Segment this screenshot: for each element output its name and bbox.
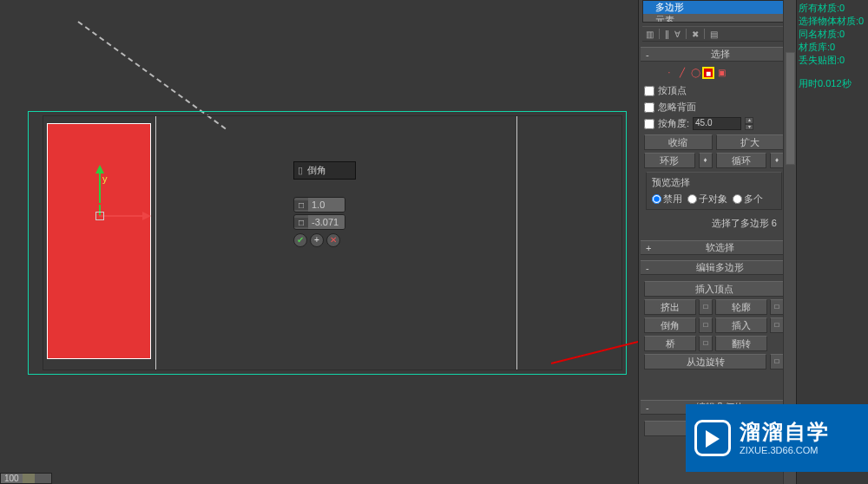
bevel-caddy: ▯ 倒角 □ 1.0 □ -3.071 ✔ + ✕ xyxy=(293,161,356,247)
insert-vertex-button[interactable]: 插入顶点 xyxy=(644,281,784,297)
element-mode-icon[interactable]: ▣ xyxy=(715,67,727,79)
shrink-button[interactable]: 收缩 xyxy=(644,134,713,150)
separator-icon xyxy=(659,29,660,39)
ring-spinner[interactable]: ♦ xyxy=(699,153,713,168)
rollout-editpoly-body: 插入顶点 挤出 □ 轮廓 □ 倒角 □ 插入 □ 桥 □ 翻转 □ 从边旋转 □ xyxy=(639,277,789,374)
caddy-outline-value[interactable]: -3.071 xyxy=(308,215,345,229)
pin-stack-icon[interactable]: ▥ xyxy=(646,29,654,39)
preview-selection-group: 预览选择 禁用 子对象 多个 xyxy=(646,172,782,210)
watermark: 溜溜自学 ZIXUE.3D66.COM xyxy=(686,404,868,472)
preview-multi-radio[interactable] xyxy=(733,194,742,204)
ignore-backfacing-checkbox[interactable] xyxy=(644,102,654,113)
rollout-selection-body: · ╱ ◯ ■ ▣ 按顶点 忽略背面 按角度: 45.0 ▴▾ 收缩 扩大 环 xyxy=(639,63,789,235)
gizmo-x-arrow[interactable] xyxy=(142,212,151,220)
hinge-settings-button[interactable]: □ xyxy=(770,354,784,370)
extrude-settings-button[interactable]: □ xyxy=(699,299,713,315)
timeline-ruler[interactable]: 100 xyxy=(0,473,52,484)
show-end-result-icon[interactable]: ǁ xyxy=(665,29,669,39)
info-all-materials: 所有材质:0 xyxy=(799,2,866,15)
gizmo-origin[interactable] xyxy=(95,212,104,220)
geometry-left-panel xyxy=(43,116,156,370)
configure-sets-icon[interactable]: ▤ xyxy=(710,29,718,39)
by-vertex-checkbox[interactable] xyxy=(644,86,654,96)
rollout-editpoly-header[interactable]: - 编辑多边形 xyxy=(641,260,787,275)
rollout-selection-title: 选择 xyxy=(658,48,782,61)
by-angle-checkbox[interactable] xyxy=(644,119,654,129)
watermark-title: 溜溜自学 xyxy=(740,422,830,442)
rollout-editpoly-title: 编辑多边形 xyxy=(658,261,782,274)
caddy-height-icon: □ xyxy=(294,200,308,210)
caddy-outline-row[interactable]: □ -3.071 xyxy=(293,214,345,230)
bridge-settings-button[interactable]: □ xyxy=(699,336,713,351)
caddy-apply-button[interactable]: + xyxy=(310,233,324,247)
angle-spinner: 45.0 ▴▾ xyxy=(693,117,753,130)
preview-subobj-option[interactable]: 子对象 xyxy=(687,193,727,206)
caddy-title[interactable]: ▯ 倒角 xyxy=(293,161,356,180)
bridge-button[interactable]: 桥 xyxy=(644,336,696,351)
preview-off-option[interactable]: 禁用 xyxy=(652,193,682,206)
stack-item-element[interactable]: 元素 xyxy=(643,14,785,23)
loop-button[interactable]: 循环 xyxy=(716,153,767,168)
outline-settings-button[interactable]: □ xyxy=(770,299,784,315)
hinge-from-edge-button[interactable]: 从边旋转 xyxy=(644,354,766,370)
edge-mode-icon[interactable]: ╱ xyxy=(676,67,688,79)
inset-settings-button[interactable]: □ xyxy=(770,317,784,333)
ruler-handle[interactable] xyxy=(23,474,35,483)
preview-subobj-radio[interactable] xyxy=(687,194,697,204)
polygon-mode-icon[interactable]: ■ xyxy=(702,67,714,79)
caddy-height-value[interactable]: 1.0 xyxy=(308,198,345,212)
collapse-icon: - xyxy=(646,402,654,413)
inset-button[interactable]: 插入 xyxy=(715,317,767,333)
angle-value-field[interactable]: 45.0 xyxy=(693,117,741,130)
angle-spinner-buttons[interactable]: ▴▾ xyxy=(745,117,753,130)
viewport-area: y ▯ 倒角 □ 1.0 □ -3.071 ✔ + ✕ 100 xyxy=(0,0,638,484)
gizmo-y-arrow[interactable] xyxy=(95,165,104,173)
extrude-button[interactable]: 挤出 xyxy=(644,299,696,315)
rollout-softsel-title: 软选择 xyxy=(658,241,782,254)
caddy-drag-icon: ▯ xyxy=(298,165,303,175)
caddy-buttons: ✔ + ✕ xyxy=(293,233,356,247)
remove-modifier-icon[interactable]: ✖ xyxy=(692,29,699,39)
loop-spinner[interactable]: ♦ xyxy=(770,153,784,168)
subobject-icons: · ╱ ◯ ■ ▣ xyxy=(644,65,784,82)
expand-icon: + xyxy=(646,243,654,253)
border-mode-icon[interactable]: ◯ xyxy=(689,67,701,79)
gizmo-x-axis[interactable] xyxy=(99,215,146,217)
stack-toolbar: ▥ ǁ ∀ ✖ ▤ xyxy=(642,26,786,42)
flip-button[interactable]: 翻转 xyxy=(715,336,767,351)
outline-button[interactable]: 轮廓 xyxy=(715,299,767,315)
ignore-backfacing-row: 忽略背面 xyxy=(644,99,784,115)
vertex-mode-icon[interactable]: · xyxy=(663,67,675,79)
watermark-url: ZIXUE.3D66.COM xyxy=(740,445,830,455)
modifier-stack[interactable]: 多边形 元素 xyxy=(642,0,786,23)
selected-polygon-face[interactable] xyxy=(47,123,151,359)
separator-icon xyxy=(686,29,687,39)
caddy-ok-button[interactable]: ✔ xyxy=(293,233,307,247)
info-material-library: 材质库:0 xyxy=(799,41,866,54)
preview-multi-option[interactable]: 多个 xyxy=(733,193,763,206)
caddy-title-label: 倒角 xyxy=(307,165,326,175)
preview-selection-title: 预览选择 xyxy=(652,176,776,189)
bevel-button[interactable]: 倒角 xyxy=(644,317,696,333)
ring-button[interactable]: 环形 xyxy=(644,153,695,168)
bevel-settings-button[interactable]: □ xyxy=(699,317,713,333)
by-angle-row: 按角度: 45.0 ▴▾ xyxy=(644,115,784,132)
caddy-height-row[interactable]: □ 1.0 xyxy=(293,197,345,213)
separator-icon xyxy=(704,29,705,39)
info-same-name-materials: 同名材质:0 xyxy=(799,28,866,41)
rollout-softsel-header[interactable]: + 软选择 xyxy=(641,240,787,255)
grow-button[interactable]: 扩大 xyxy=(716,134,785,150)
collapse-icon: - xyxy=(646,49,654,60)
gizmo-y-label: y xyxy=(102,173,108,184)
by-angle-label: 按角度: xyxy=(658,117,689,130)
make-unique-icon[interactable]: ∀ xyxy=(674,29,681,39)
watermark-play-icon xyxy=(694,420,731,456)
stack-item-polygon[interactable]: 多边形 xyxy=(643,1,785,14)
caddy-cancel-button[interactable]: ✕ xyxy=(326,233,340,247)
info-selected-materials: 选择物体材质:0 xyxy=(799,15,866,28)
info-elapsed-time: 用时0.012秒 xyxy=(799,77,866,90)
rollout-selection-header[interactable]: - 选择 xyxy=(641,47,787,62)
scrollbar-thumb[interactable] xyxy=(786,52,795,165)
by-vertex-row: 按顶点 xyxy=(644,82,784,99)
preview-off-radio[interactable] xyxy=(652,194,661,204)
